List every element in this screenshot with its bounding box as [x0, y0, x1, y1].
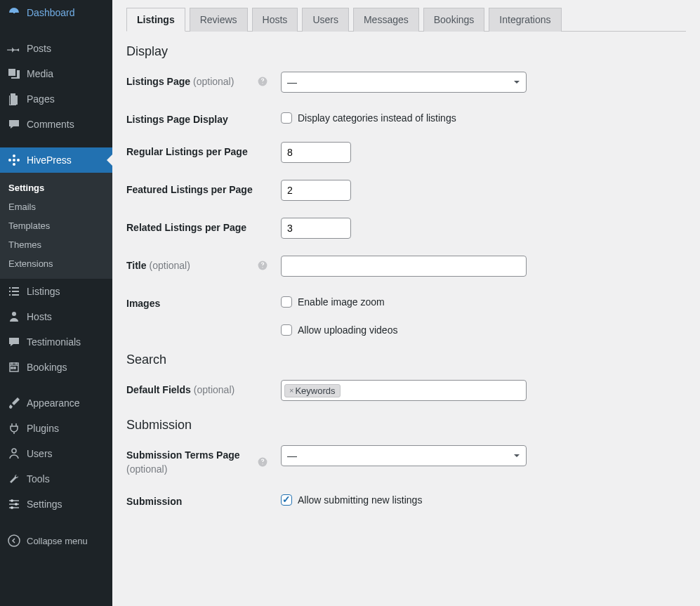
- hivepress-icon: [7, 153, 21, 167]
- submenu-item-settings[interactable]: Settings: [0, 178, 112, 197]
- tab-hosts[interactable]: Hosts: [252, 8, 298, 32]
- row-images: Images Enable image zoom: [126, 294, 686, 309]
- sidebar-item-media[interactable]: Media: [0, 61, 112, 86]
- testimonials-icon: [7, 335, 21, 349]
- token-input-default-fields[interactable]: × Keywords: [281, 380, 527, 401]
- tab-integrations[interactable]: Integrations: [489, 8, 561, 32]
- tab-bookings[interactable]: Bookings: [423, 8, 485, 32]
- sidebar-item-label: Hosts: [27, 311, 52, 322]
- input-title[interactable]: [281, 256, 527, 277]
- svg-point-2: [17, 159, 20, 162]
- row-submission: Submission Allow submitting new listings: [126, 492, 686, 507]
- sidebar-item-label: Bookings: [27, 362, 67, 373]
- collapse-icon: [7, 534, 21, 548]
- collapse-menu-button[interactable]: Collapse menu: [0, 527, 112, 553]
- checkbox-image-zoom[interactable]: [281, 296, 292, 308]
- tab-listings[interactable]: Listings: [126, 8, 185, 32]
- select-listings-page[interactable]: —: [281, 72, 527, 93]
- checkbox-label: Allow uploading videos: [298, 324, 397, 336]
- submenu-item-emails[interactable]: Emails: [0, 197, 112, 216]
- input-regular-per-page[interactable]: [281, 142, 351, 163]
- tab-reviews[interactable]: Reviews: [190, 8, 248, 32]
- tab-users[interactable]: Users: [302, 8, 349, 32]
- row-regular-per-page: Regular Listings per Page: [126, 142, 686, 163]
- token-label: Keywords: [295, 386, 335, 396]
- label-images: Images: [126, 294, 281, 309]
- tab-messages[interactable]: Messages: [353, 8, 419, 32]
- svg-point-0: [13, 154, 15, 157]
- svg-point-3: [13, 163, 15, 166]
- label-text: Featured Listings per Page: [126, 184, 253, 195]
- brush-icon: [7, 396, 21, 410]
- label-submission: Submission: [126, 492, 281, 507]
- token-keywords[interactable]: × Keywords: [284, 384, 341, 397]
- label-text: Regular Listings per Page: [126, 146, 248, 157]
- plug-icon: [7, 421, 21, 435]
- section-search: Search: [126, 353, 686, 367]
- comments-icon: [7, 117, 21, 131]
- input-related-per-page[interactable]: [281, 218, 351, 239]
- svg-point-6: [12, 449, 16, 453]
- help-icon[interactable]: [257, 456, 268, 468]
- label-text: Related Listings per Page: [126, 222, 246, 233]
- submenu-item-themes[interactable]: Themes: [0, 235, 112, 254]
- row-featured-per-page: Featured Listings per Page: [126, 180, 686, 201]
- label-submission-terms: Submission Terms Page (optional): [126, 445, 281, 475]
- label-default-fields: Default Fields (optional): [126, 380, 281, 395]
- label-featured-per-page: Featured Listings per Page: [126, 180, 281, 195]
- sidebar-item-label: Listings: [27, 286, 60, 297]
- sidebar-item-hivepress[interactable]: HivePress: [0, 147, 112, 173]
- row-title: Title (optional): [126, 256, 686, 277]
- sidebar-item-bookings[interactable]: Bookings: [0, 355, 112, 380]
- sidebar-item-plugins[interactable]: Plugins: [0, 416, 112, 441]
- checkbox-label: Display categories instead of listings: [298, 112, 456, 124]
- settings-tabs: Listings Reviews Hosts Users Messages Bo…: [126, 7, 686, 32]
- pin-icon: [7, 41, 21, 55]
- select-submission-terms[interactable]: —: [281, 445, 527, 466]
- label-text: Listings Page Display: [126, 114, 228, 125]
- checkbox-display-categories[interactable]: [281, 112, 292, 124]
- svg-point-5: [12, 312, 16, 316]
- sidebar-item-tools[interactable]: Tools: [0, 466, 112, 492]
- token-remove-icon[interactable]: ×: [289, 386, 293, 395]
- submenu-item-extensions[interactable]: Extensions: [0, 254, 112, 273]
- optional-text: (optional): [193, 76, 234, 87]
- sidebar-item-pages[interactable]: Pages: [0, 86, 112, 112]
- label-text: Title: [126, 260, 147, 271]
- sidebar-item-users[interactable]: Users: [0, 441, 112, 466]
- sidebar-item-label: Users: [27, 448, 53, 459]
- wrench-icon: [7, 472, 21, 486]
- optional-text: (optional): [194, 384, 235, 395]
- sidebar-item-listings[interactable]: Listings: [0, 279, 112, 304]
- label-text: Submission Terms Page: [126, 449, 240, 461]
- row-listings-page-display: Listings Page Display Display categories…: [126, 110, 686, 125]
- svg-point-4: [13, 159, 15, 162]
- sidebar-item-comments[interactable]: Comments: [0, 112, 112, 137]
- list-icon: [7, 284, 21, 298]
- sidebar-item-appearance[interactable]: Appearance: [0, 390, 112, 416]
- submenu-item-templates[interactable]: Templates: [0, 216, 112, 235]
- sidebar-item-settings[interactable]: Settings: [0, 492, 112, 517]
- media-icon: [7, 67, 21, 81]
- checkbox-allow-submitting[interactable]: [281, 494, 292, 506]
- sliders-icon: [7, 497, 21, 511]
- main-content: Listings Reviews Hosts Users Messages Bo…: [112, 0, 700, 606]
- sidebar-item-label: HivePress: [27, 154, 72, 166]
- sidebar-item-posts[interactable]: Posts: [0, 36, 112, 61]
- help-icon[interactable]: [257, 76, 268, 87]
- sidebar-item-dashboard[interactable]: Dashboard: [0, 0, 112, 25]
- input-featured-per-page[interactable]: [281, 180, 351, 201]
- sidebar-item-label: Tools: [27, 473, 50, 485]
- sidebar-item-label: Testimonials: [27, 336, 81, 348]
- section-submission: Submission: [126, 418, 686, 433]
- sidebar-item-label: Appearance: [27, 397, 80, 409]
- sidebar-submenu: Settings Emails Templates Themes Extensi…: [0, 173, 112, 279]
- svg-point-1: [8, 159, 11, 162]
- sidebar-item-testimonials[interactable]: Testimonials: [0, 329, 112, 355]
- section-display: Display: [126, 44, 686, 59]
- help-icon[interactable]: [257, 260, 268, 271]
- row-listings-page: Listings Page (optional) —: [126, 72, 686, 93]
- checkbox-allow-videos[interactable]: [281, 324, 292, 336]
- sidebar-item-hosts[interactable]: Hosts: [0, 304, 112, 329]
- user-solid-icon: [7, 310, 21, 324]
